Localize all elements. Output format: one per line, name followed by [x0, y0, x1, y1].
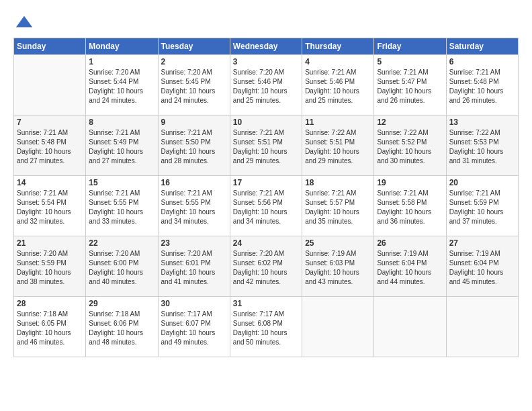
day-cell: 30 Sunrise: 7:17 AM Sunset: 6:07 PM Dayl…: [158, 297, 230, 357]
day-cell: [446, 297, 518, 357]
day-number: 14: [17, 178, 83, 187]
day-cell: 23 Sunrise: 7:20 AM Sunset: 6:01 PM Dayl…: [158, 236, 230, 297]
day-number: 12: [377, 118, 443, 127]
day-info: Sunrise: 7:22 AM Sunset: 5:52 PM Dayligh…: [377, 128, 443, 166]
week-row-4: 21 Sunrise: 7:20 AM Sunset: 5:59 PM Dayl…: [14, 236, 519, 297]
day-cell: 11 Sunrise: 7:22 AM Sunset: 5:51 PM Dayl…: [302, 116, 374, 176]
day-cell: 17 Sunrise: 7:21 AM Sunset: 5:56 PM Dayl…: [230, 176, 302, 236]
calendar-table: SundayMondayTuesdayWednesdayThursdayFrid…: [13, 38, 519, 357]
day-number: 8: [89, 118, 154, 127]
day-cell: 10 Sunrise: 7:21 AM Sunset: 5:51 PM Dayl…: [230, 116, 302, 176]
day-info: Sunrise: 7:21 AM Sunset: 5:50 PM Dayligh…: [161, 128, 227, 166]
logo-icon: [15, 13, 34, 32]
day-cell: 28 Sunrise: 7:18 AM Sunset: 6:05 PM Dayl…: [14, 297, 86, 357]
day-info: Sunrise: 7:17 AM Sunset: 6:08 PM Dayligh…: [233, 310, 299, 347]
day-info: Sunrise: 7:18 AM Sunset: 6:06 PM Dayligh…: [89, 310, 154, 347]
day-info: Sunrise: 7:21 AM Sunset: 5:48 PM Dayligh…: [449, 68, 515, 105]
day-cell: 15 Sunrise: 7:21 AM Sunset: 5:55 PM Dayl…: [86, 176, 158, 236]
day-info: Sunrise: 7:21 AM Sunset: 5:57 PM Dayligh…: [305, 189, 371, 226]
day-number: 22: [89, 238, 154, 248]
header-cell-monday: Monday: [86, 38, 158, 55]
day-cell: 5 Sunrise: 7:21 AM Sunset: 5:47 PM Dayli…: [374, 55, 446, 116]
day-number: 3: [233, 57, 299, 66]
day-number: 30: [161, 299, 227, 308]
day-number: 24: [233, 238, 299, 248]
day-info: Sunrise: 7:20 AM Sunset: 5:46 PM Dayligh…: [233, 68, 299, 105]
header-cell-saturday: Saturday: [446, 38, 518, 55]
page-container: SundayMondayTuesdayWednesdayThursdayFrid…: [0, 0, 532, 364]
day-cell: 31 Sunrise: 7:17 AM Sunset: 6:08 PM Dayl…: [230, 297, 302, 357]
day-info: Sunrise: 7:22 AM Sunset: 5:51 PM Dayligh…: [305, 128, 371, 166]
day-cell: 19 Sunrise: 7:21 AM Sunset: 5:58 PM Dayl…: [374, 176, 446, 236]
day-info: Sunrise: 7:21 AM Sunset: 5:55 PM Dayligh…: [89, 189, 154, 226]
day-info: Sunrise: 7:21 AM Sunset: 5:48 PM Dayligh…: [17, 128, 83, 166]
day-number: 19: [377, 178, 443, 187]
day-info: Sunrise: 7:21 AM Sunset: 5:55 PM Dayligh…: [161, 189, 227, 226]
day-cell: 6 Sunrise: 7:21 AM Sunset: 5:48 PM Dayli…: [446, 55, 518, 116]
day-number: 18: [305, 178, 371, 187]
day-cell: 26 Sunrise: 7:19 AM Sunset: 6:04 PM Dayl…: [374, 236, 446, 297]
day-number: 11: [305, 118, 371, 127]
day-cell: 13 Sunrise: 7:22 AM Sunset: 5:53 PM Dayl…: [446, 116, 518, 176]
day-number: 5: [377, 57, 443, 66]
day-cell: 2 Sunrise: 7:20 AM Sunset: 5:45 PM Dayli…: [158, 55, 230, 116]
day-cell: 27 Sunrise: 7:19 AM Sunset: 6:04 PM Dayl…: [446, 236, 518, 297]
day-number: 27: [449, 238, 515, 248]
day-cell: 7 Sunrise: 7:21 AM Sunset: 5:48 PM Dayli…: [14, 116, 86, 176]
day-info: Sunrise: 7:21 AM Sunset: 5:56 PM Dayligh…: [233, 189, 299, 226]
day-number: 17: [233, 178, 299, 187]
day-info: Sunrise: 7:21 AM Sunset: 5:49 PM Dayligh…: [89, 128, 154, 166]
header-cell-sunday: Sunday: [14, 38, 86, 55]
day-number: 2: [161, 57, 227, 66]
day-info: Sunrise: 7:22 AM Sunset: 5:53 PM Dayligh…: [449, 128, 515, 166]
header-cell-tuesday: Tuesday: [158, 38, 230, 55]
day-cell: [374, 297, 446, 357]
day-info: Sunrise: 7:20 AM Sunset: 6:01 PM Dayligh…: [161, 249, 227, 287]
day-number: 29: [89, 299, 154, 308]
day-cell: 12 Sunrise: 7:22 AM Sunset: 5:52 PM Dayl…: [374, 116, 446, 176]
day-info: Sunrise: 7:20 AM Sunset: 6:00 PM Dayligh…: [89, 249, 154, 287]
day-number: 16: [161, 178, 227, 187]
day-cell: 9 Sunrise: 7:21 AM Sunset: 5:50 PM Dayli…: [158, 116, 230, 176]
day-cell: 21 Sunrise: 7:20 AM Sunset: 5:59 PM Dayl…: [14, 236, 86, 297]
day-number: 6: [449, 57, 515, 66]
day-info: Sunrise: 7:18 AM Sunset: 6:05 PM Dayligh…: [17, 310, 83, 347]
day-cell: 8 Sunrise: 7:21 AM Sunset: 5:49 PM Dayli…: [86, 116, 158, 176]
day-info: Sunrise: 7:19 AM Sunset: 6:04 PM Dayligh…: [377, 249, 443, 287]
day-number: 23: [161, 238, 227, 248]
day-info: Sunrise: 7:21 AM Sunset: 5:59 PM Dayligh…: [449, 189, 515, 226]
header-row: SundayMondayTuesdayWednesdayThursdayFrid…: [14, 38, 519, 55]
day-cell: 1 Sunrise: 7:20 AM Sunset: 5:44 PM Dayli…: [86, 55, 158, 116]
day-cell: [302, 297, 374, 357]
logo: [13, 13, 35, 32]
day-number: 10: [233, 118, 299, 127]
week-row-2: 7 Sunrise: 7:21 AM Sunset: 5:48 PM Dayli…: [14, 116, 519, 176]
week-row-3: 14 Sunrise: 7:21 AM Sunset: 5:54 PM Dayl…: [14, 176, 519, 236]
day-number: 7: [17, 118, 83, 127]
week-row-5: 28 Sunrise: 7:18 AM Sunset: 6:05 PM Dayl…: [14, 297, 519, 357]
day-cell: 29 Sunrise: 7:18 AM Sunset: 6:06 PM Dayl…: [86, 297, 158, 357]
day-info: Sunrise: 7:21 AM Sunset: 5:47 PM Dayligh…: [377, 68, 443, 105]
day-number: 31: [233, 299, 299, 308]
day-info: Sunrise: 7:20 AM Sunset: 5:45 PM Dayligh…: [161, 68, 227, 105]
day-cell: [14, 55, 86, 116]
header: [13, 13, 519, 32]
day-number: 21: [17, 238, 83, 248]
day-info: Sunrise: 7:20 AM Sunset: 5:44 PM Dayligh…: [89, 68, 154, 105]
day-number: 13: [449, 118, 515, 127]
day-cell: 24 Sunrise: 7:20 AM Sunset: 6:02 PM Dayl…: [230, 236, 302, 297]
week-row-1: 1 Sunrise: 7:20 AM Sunset: 5:44 PM Dayli…: [14, 55, 519, 116]
day-number: 20: [449, 178, 515, 187]
day-info: Sunrise: 7:20 AM Sunset: 5:59 PM Dayligh…: [17, 249, 83, 287]
svg-marker-0: [16, 16, 32, 28]
day-info: Sunrise: 7:21 AM Sunset: 5:51 PM Dayligh…: [233, 128, 299, 166]
day-cell: 22 Sunrise: 7:20 AM Sunset: 6:00 PM Dayl…: [86, 236, 158, 297]
day-info: Sunrise: 7:21 AM Sunset: 5:58 PM Dayligh…: [377, 189, 443, 226]
logo-text: [13, 13, 34, 32]
day-number: 25: [305, 238, 371, 248]
day-info: Sunrise: 7:17 AM Sunset: 6:07 PM Dayligh…: [161, 310, 227, 347]
day-number: 9: [161, 118, 227, 127]
day-info: Sunrise: 7:20 AM Sunset: 6:02 PM Dayligh…: [233, 249, 299, 287]
day-cell: 20 Sunrise: 7:21 AM Sunset: 5:59 PM Dayl…: [446, 176, 518, 236]
day-info: Sunrise: 7:19 AM Sunset: 6:04 PM Dayligh…: [449, 249, 515, 287]
